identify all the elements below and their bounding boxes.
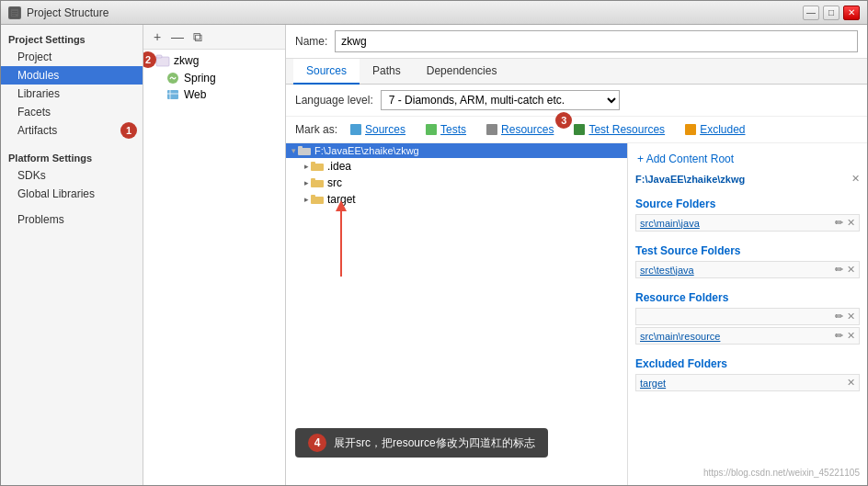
sidebar-item-problems[interactable]: Problems <box>1 210 143 229</box>
excluded-folders-section: Excluded Folders target ✕ <box>635 356 860 393</box>
svg-rect-12 <box>311 180 324 187</box>
resource-folders-title: Resource Folders <box>635 289 860 306</box>
mark-sources-button[interactable]: Sources <box>343 121 413 138</box>
tab-sources[interactable]: Sources <box>293 59 360 85</box>
tree-root-node[interactable]: ▾ zkwg 2 <box>143 50 285 70</box>
annotation-badge-1: 1 <box>120 122 137 139</box>
src-tree-src[interactable]: ▸ src <box>286 175 627 191</box>
idea-arrow-icon: ▸ <box>304 162 309 171</box>
src-tree-idea[interactable]: ▸ .idea <box>286 158 627 175</box>
spring-icon <box>166 72 180 85</box>
sources-color-icon <box>350 124 361 135</box>
watermark: https://blog.csdn.net/weixin_45221105 <box>635 460 860 478</box>
mark-resources-button[interactable]: 3 Resources <box>479 121 561 138</box>
resource-folder-close-0[interactable]: ✕ <box>847 311 855 322</box>
minimize-button[interactable]: — <box>803 6 819 20</box>
window-icon <box>8 6 21 19</box>
excluded-color-icon <box>685 124 696 135</box>
source-folders-section: Source Folders src\main\java ✏ ✕ <box>635 196 860 233</box>
svg-rect-5 <box>156 55 162 58</box>
remove-module-button[interactable]: — <box>169 28 186 45</box>
svg-rect-3 <box>12 15 16 16</box>
src-tree-root[interactable]: ▾ F:\JavaEE\zhaike\zkwg <box>286 143 627 158</box>
resource-folder-actions-1: ✏ ✕ <box>835 330 855 342</box>
test-folder-edit-0[interactable]: ✏ <box>835 264 843 276</box>
sidebar-item-sdks[interactable]: SDKs <box>1 166 143 185</box>
svg-rect-15 <box>311 195 315 198</box>
sidebar-item-modules[interactable]: Modules <box>1 66 143 85</box>
sidebar-item-global-libraries[interactable]: Global Libraries <box>1 185 143 203</box>
tree-web-label: Web <box>184 88 206 101</box>
source-folder-close-0[interactable]: ✕ <box>847 217 855 229</box>
mark-tests-button[interactable]: Tests <box>418 121 474 138</box>
source-folder-edit-0[interactable]: ✏ <box>835 217 843 229</box>
mark-excluded-button[interactable]: Excluded <box>678 121 752 138</box>
source-folder-actions-0: ✏ ✕ <box>835 217 855 229</box>
root-path-text: F:\JavaEE\zhaike\zkwg <box>635 174 745 185</box>
target-arrow-icon: ▸ <box>304 195 309 204</box>
test-folder-close-0[interactable]: ✕ <box>847 264 855 276</box>
mark-as-label: Mark as: <box>295 123 337 136</box>
test-folder-actions-0: ✏ ✕ <box>835 264 855 276</box>
content-root-path: F:\JavaEE\zhaike\zkwg ✕ <box>635 171 860 186</box>
resource-folder-item-1: src\main\resource ✏ ✕ <box>635 327 860 345</box>
close-button[interactable]: ✕ <box>843 6 860 20</box>
excluded-folder-close-0[interactable]: ✕ <box>847 377 855 389</box>
add-content-root-button[interactable]: + Add Content Root <box>635 151 860 167</box>
right-panel: + Add Content Root F:\JavaEE\zhaike\zkwg… <box>628 143 867 485</box>
sidebar-item-artifacts[interactable]: Artifacts 1 <box>1 121 143 140</box>
resource-folder-path-1: src\main\resource <box>640 331 720 342</box>
window-title: Project Structure <box>27 6 803 19</box>
project-settings-heading: Project Settings <box>1 28 143 48</box>
tree-web-node[interactable]: Web <box>143 86 285 103</box>
copy-module-button[interactable]: ⧉ <box>189 28 206 45</box>
module-tree-panel: + — ⧉ ▾ zkwg 2 <box>143 25 286 485</box>
sidebar-item-libraries[interactable]: Libraries <box>1 85 143 103</box>
root-path-close-button[interactable]: ✕ <box>851 173 860 185</box>
tree-spring-node[interactable]: Spring <box>143 70 285 86</box>
root-arrow-icon: ▾ <box>291 146 296 155</box>
tree-spring-label: Spring <box>184 72 216 85</box>
root-folder-icon <box>298 145 311 156</box>
sidebar-item-project[interactable]: Project <box>1 48 143 66</box>
mark-test-resources-button[interactable]: Test Resources <box>566 121 672 138</box>
resource-folders-section: Resource Folders ✏ ✕ src\main\resource <box>635 289 860 346</box>
src-tree-root-label: F:\JavaEE\zhaike\zkwg <box>314 145 419 156</box>
annotation-badge-4-inline: 4 <box>308 434 326 452</box>
svg-rect-13 <box>311 178 315 181</box>
resource-folder-actions-0: ✏ ✕ <box>835 311 855 322</box>
svg-rect-1 <box>12 11 17 12</box>
add-module-button[interactable]: + <box>149 28 166 45</box>
test-folder-item-0: src\test\java ✏ ✕ <box>635 261 860 278</box>
name-input[interactable] <box>335 30 858 52</box>
src-folder-icon <box>311 177 324 188</box>
src-tree-target[interactable]: ▸ target <box>286 191 627 208</box>
tree-root-label: zkwg <box>174 54 199 67</box>
annotation-badge-2: 2 <box>143 51 156 68</box>
resource-folder-edit-1[interactable]: ✏ <box>835 330 843 342</box>
name-bar: Name: <box>286 25 867 59</box>
resources-color-icon <box>486 124 497 135</box>
language-select[interactable]: 7 - Diamonds, ARM, multi-catch etc. 8 - … <box>381 90 620 110</box>
idea-folder-icon <box>311 161 324 172</box>
source-folder-item-0: src\main\java ✏ ✕ <box>635 214 860 232</box>
svg-rect-8 <box>298 148 311 155</box>
svg-rect-2 <box>12 13 17 14</box>
src-tree-target-label: target <box>327 193 356 206</box>
sources-tree[interactable]: ▾ F:\JavaEE\zhaike\zkwg ▸ <box>286 143 628 485</box>
annotation-popup-text: 展开src，把resource修改为四道杠的标志 <box>334 435 535 451</box>
web-icon <box>166 88 180 101</box>
main-content: Project Settings Project Modules Librari… <box>1 25 867 485</box>
tab-paths[interactable]: Paths <box>360 59 414 85</box>
resource-folder-edit-0[interactable]: ✏ <box>835 311 843 322</box>
tests-color-icon <box>426 124 437 135</box>
tab-dependencies[interactable]: Dependencies <box>414 59 510 85</box>
source-folders-title: Source Folders <box>635 196 860 212</box>
maximize-button[interactable]: □ <box>823 6 839 20</box>
sidebar: Project Settings Project Modules Librari… <box>1 25 143 485</box>
split-content: ▾ F:\JavaEE\zhaike\zkwg ▸ <box>286 143 867 485</box>
src-arrow-icon: ▸ <box>304 178 309 187</box>
resource-folder-close-1[interactable]: ✕ <box>847 330 855 342</box>
sidebar-item-facets[interactable]: Facets <box>1 103 143 121</box>
src-tree-idea-label: .idea <box>327 160 351 173</box>
